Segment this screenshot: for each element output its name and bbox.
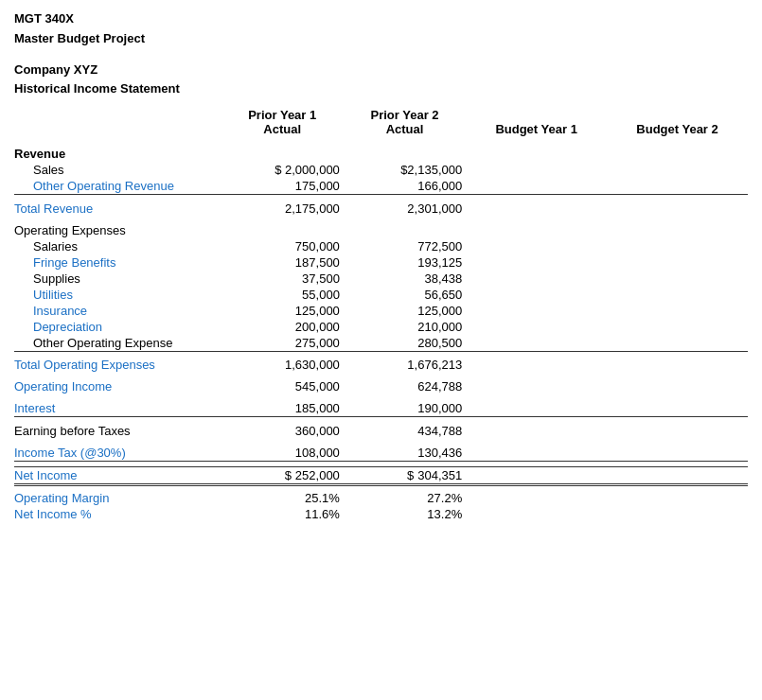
salaries-label: Salaries <box>14 238 222 254</box>
income-tax-py1: 108,000 <box>222 445 344 462</box>
net-income-pct-py1: 11.6% <box>222 506 344 522</box>
net-income-py2-dollar: $ <box>407 468 414 482</box>
total-revenue-py1: 2,175,000 <box>222 201 344 217</box>
total-opex-label: Total Operating Expenses <box>14 357 222 373</box>
company-name: Company XYZ <box>14 61 748 80</box>
depreciation-py2: 210,000 <box>344 319 466 335</box>
total-opex-py1: 1,630,000 <box>222 357 344 373</box>
utilities-py2: 56,650 <box>344 287 466 303</box>
operating-income-label: Operating Income <box>14 378 222 394</box>
header-block: MGT 340X Master Budget Project Company X… <box>14 9 748 99</box>
operating-income-py2: 624,788 <box>344 378 466 394</box>
title-line1: MGT 340X <box>14 9 748 29</box>
operating-margin-py1: 25.1% <box>222 490 344 506</box>
supplies-py2: 38,438 <box>344 271 466 287</box>
operating-income-py1: 545,000 <box>222 378 344 394</box>
col-prior-year1: Prior Year 1Actual <box>222 107 344 140</box>
net-income-pct-label: Net Income % <box>14 506 222 522</box>
col-budget-year2: Budget Year 2 <box>607 107 748 140</box>
operating-margin-py2: 27.2% <box>344 490 466 506</box>
interest-py1: 185,000 <box>222 400 344 417</box>
insurance-py2: 125,000 <box>344 303 466 319</box>
depreciation-py1: 200,000 <box>222 319 344 335</box>
sales-py1: $ 2,000,000 <box>222 162 344 178</box>
fringe-label: Fringe Benefits <box>14 254 222 271</box>
income-tax-py2: 130,436 <box>344 445 466 462</box>
fringe-py1: 187,500 <box>222 254 344 271</box>
col-prior-year2: Prior Year 2Actual <box>344 107 466 140</box>
income-tax-label: Income Tax (@30%) <box>14 445 222 462</box>
other-revenue-py2: 166,000 <box>344 178 466 195</box>
ebt-label: Earning before Taxes <box>14 423 222 439</box>
sales-py2: $2,135,000 <box>344 162 466 178</box>
interest-py2: 190,000 <box>344 400 466 417</box>
utilities-label: Utilities <box>14 287 222 303</box>
insurance-label: Insurance <box>14 303 222 319</box>
salaries-py2: 772,500 <box>344 238 466 254</box>
net-income-pct-py2: 13.2% <box>344 506 466 522</box>
salaries-py1: 750,000 <box>222 238 344 254</box>
statement-title: Historical Income Statement <box>14 79 748 99</box>
col-budget-year1: Budget Year 1 <box>466 107 607 140</box>
utilities-py1: 55,000 <box>222 287 344 303</box>
net-income-py1: $252,000 <box>222 466 344 484</box>
total-revenue-py2: 2,301,000 <box>344 201 466 217</box>
supplies-py1: 37,500 <box>222 271 344 287</box>
net-income-py2: $304,351 <box>344 466 466 484</box>
net-income-label: Net Income <box>14 466 222 484</box>
opex-header: Operating Expenses <box>14 222 222 238</box>
title-line2: Master Budget Project <box>14 29 748 49</box>
total-opex-py2: 1,676,213 <box>344 357 466 373</box>
total-revenue-label: Total Revenue <box>14 201 222 217</box>
ebt-py1: 360,000 <box>222 423 344 439</box>
other-revenue-py1: 175,000 <box>222 178 344 195</box>
fringe-py2: 193,125 <box>344 254 466 271</box>
depreciation-label: Depreciation <box>14 319 222 335</box>
other-revenue-label: Other Operating Revenue <box>14 178 222 195</box>
revenue-header: Revenue <box>14 146 222 162</box>
sales-label: Sales <box>14 162 222 178</box>
other-opex-label: Other Operating Expense <box>14 335 222 352</box>
insurance-py1: 125,000 <box>222 303 344 319</box>
net-income-py1-dollar: $ <box>285 468 292 482</box>
other-opex-py1: 275,000 <box>222 335 344 352</box>
supplies-label: Supplies <box>14 271 222 287</box>
other-opex-py2: 280,500 <box>344 335 466 352</box>
operating-margin-label: Operating Margin <box>14 490 222 506</box>
interest-label: Interest <box>14 400 222 417</box>
ebt-py2: 434,788 <box>344 423 466 439</box>
